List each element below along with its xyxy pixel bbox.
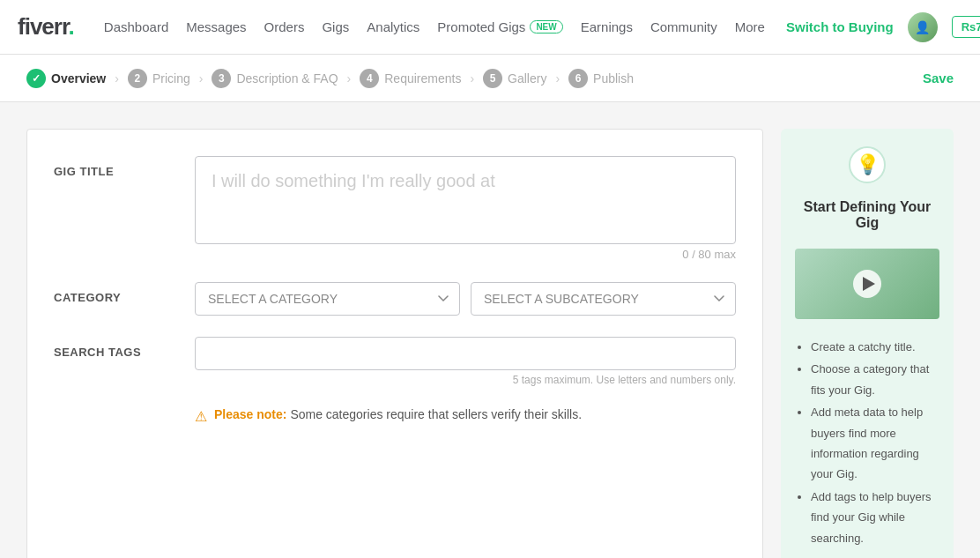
avatar[interactable]: 👤 <box>908 12 938 42</box>
category-dropdown[interactable]: SELECT A CATEGORY <box>195 282 460 316</box>
breadcrumb-bar: ✓ Overview › 2 Pricing › 3 Description &… <box>0 55 980 102</box>
navbar-links: Dashboard Messages Orders Gigs Analytics… <box>104 19 765 34</box>
breadcrumb-num-4: 4 <box>360 69 379 88</box>
navbar-item-messages[interactable]: Messages <box>186 19 246 34</box>
breadcrumb-gallery[interactable]: 5 Gallery <box>483 69 546 88</box>
video-thumb-bg <box>795 249 939 319</box>
gig-title-row: GIG TITLE 0 / 80 max <box>54 156 736 261</box>
navbar-right: Switch to Buying 👤 Rs7,293.32 <box>786 12 980 42</box>
subcategory-dropdown[interactable]: SELECT A SUBCATEGORY <box>471 282 736 316</box>
breadcrumb-arrow-2: › <box>199 71 204 86</box>
side-panel-title: Start Defining Your Gig <box>795 199 939 231</box>
logo[interactable]: fiverr. <box>18 13 74 41</box>
save-link[interactable]: Save <box>923 71 954 86</box>
breadcrumb-requirements[interactable]: 4 Requirements <box>360 69 461 88</box>
navbar-item-promoted-gigs[interactable]: Promoted Gigs NEW <box>437 19 562 34</box>
breadcrumb-label-4: Requirements <box>384 71 461 86</box>
navbar-item-community[interactable]: Community <box>650 19 717 34</box>
breadcrumb-num-5: 5 <box>483 69 502 88</box>
search-tags-label: SEARCH TAGS <box>54 337 177 386</box>
side-panel: 💡 Start Defining Your Gig Create a catch… <box>781 129 954 558</box>
balance-badge: Rs7,293.32 <box>952 16 980 38</box>
breadcrumb-arrow-3: › <box>347 71 352 86</box>
main-content: GIG TITLE 0 / 80 max CATEGORY SELECT A C… <box>0 102 980 558</box>
breadcrumb-label-6: Publish <box>593 71 634 86</box>
tip-1: Create a catchy title. <box>811 337 939 357</box>
gig-title-label: GIG TITLE <box>54 156 177 261</box>
tip-2: Choose a category that fits your Gig. <box>811 359 939 400</box>
video-thumbnail[interactable] <box>795 249 939 319</box>
category-label: CATEGORY <box>54 282 177 316</box>
category-selects: SELECT A CATEGORY SELECT A SUBCATEGORY <box>195 282 736 316</box>
navbar: fiverr. Dashboard Messages Orders Gigs A… <box>0 0 980 55</box>
notice-text: Please note: Some categories require tha… <box>214 407 582 421</box>
notice-body: Some categories require that sellers ver… <box>290 407 582 421</box>
lightbulb-icon: 💡 <box>849 146 886 183</box>
play-icon <box>863 277 875 291</box>
new-badge: NEW <box>530 20 562 33</box>
tips-list: Create a catchy title. Choose a category… <box>795 337 939 550</box>
gig-title-field: 0 / 80 max <box>195 156 736 261</box>
breadcrumb-num-6: 6 <box>568 69 588 88</box>
navbar-item-gigs[interactable]: Gigs <box>322 19 349 34</box>
breadcrumb-num-3: 3 <box>212 69 231 88</box>
category-field: SELECT A CATEGORY SELECT A SUBCATEGORY <box>195 282 736 316</box>
breadcrumb-label-3: Description & FAQ <box>236 71 338 86</box>
category-row: CATEGORY SELECT A CATEGORY SELECT A SUBC… <box>54 282 736 316</box>
navbar-item-orders[interactable]: Orders <box>264 19 305 34</box>
breadcrumb-overview[interactable]: ✓ Overview <box>26 69 106 88</box>
tip-4: Add tags to help buyers find your Gig wh… <box>811 487 939 548</box>
breadcrumb-num-1: ✓ <box>26 69 46 88</box>
search-tags-row: SEARCH TAGS 5 tags maximum. Use letters … <box>54 337 736 386</box>
switch-buying-button[interactable]: Switch to Buying <box>786 19 894 34</box>
notice-icon: ⚠ <box>195 408 207 425</box>
breadcrumb-num-2: 2 <box>128 69 147 88</box>
breadcrumb-description-faq[interactable]: 3 Description & FAQ <box>212 69 338 88</box>
breadcrumb-pricing[interactable]: 2 Pricing <box>128 69 190 88</box>
navbar-item-earnings[interactable]: Earnings <box>581 19 633 34</box>
breadcrumb-label-2: Pricing <box>152 71 190 86</box>
breadcrumb-arrow-5: › <box>555 71 560 86</box>
navbar-item-more[interactable]: More <box>735 19 765 34</box>
breadcrumb-label-1: Overview <box>51 71 106 86</box>
notice-row: ⚠ Please note: Some categories require t… <box>54 407 736 425</box>
form-card: GIG TITLE 0 / 80 max CATEGORY SELECT A C… <box>26 129 763 558</box>
char-count: 0 / 80 max <box>195 248 736 261</box>
breadcrumb-arrow-1: › <box>115 71 119 86</box>
play-button[interactable] <box>853 270 881 298</box>
breadcrumb-label-5: Gallery <box>508 71 546 86</box>
notice-label: Please note: <box>214 407 286 421</box>
navbar-item-analytics[interactable]: Analytics <box>367 19 419 34</box>
gig-title-input[interactable] <box>195 156 736 244</box>
search-tags-field: 5 tags maximum. Use letters and numbers … <box>195 337 736 386</box>
navbar-item-dashboard[interactable]: Dashboard <box>104 19 168 34</box>
search-tags-input[interactable] <box>195 337 736 370</box>
logo-text: fiverr <box>18 13 69 40</box>
tip-3: Add meta data to help buyers find more i… <box>811 402 939 485</box>
breadcrumb-publish[interactable]: 6 Publish <box>568 69 634 88</box>
breadcrumb-arrow-4: › <box>470 71 474 86</box>
search-tags-hint: 5 tags maximum. Use letters and numbers … <box>195 374 736 386</box>
